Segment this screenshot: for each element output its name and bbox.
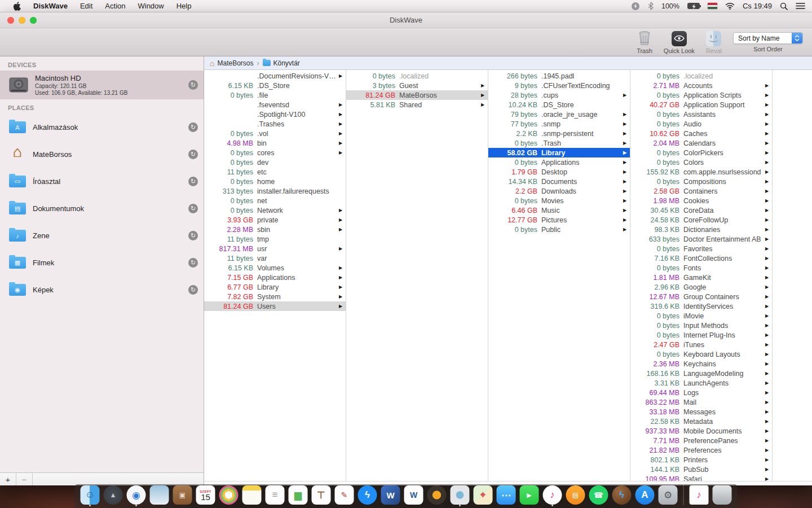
file-row[interactable]: 0 bytesnet <box>204 196 346 205</box>
dock-washer-app-icon[interactable] <box>451 485 470 505</box>
file-row[interactable]: 0 bytes.file <box>204 90 346 100</box>
file-row[interactable]: 0 bytesInternet Plug-Ins▶ <box>630 330 772 340</box>
refresh-icon[interactable]: ↻ <box>188 258 198 268</box>
dock-reminders-icon[interactable]: ≡ <box>266 485 285 505</box>
spotlight-search-icon[interactable] <box>780 2 788 10</box>
add-place-button[interactable]: + <box>0 473 16 485</box>
file-row[interactable]: 7.16 KBFontCollections▶ <box>630 253 772 263</box>
file-row[interactable]: 69.44 MBLogs▶ <box>630 388 772 397</box>
file-row[interactable]: 0 bytesApplications▶ <box>488 157 630 167</box>
file-row[interactable]: 24.58 KBCoreFollowUp▶ <box>630 215 772 225</box>
file-row[interactable]: 58.02 GBLibrary▶ <box>488 148 630 157</box>
file-row[interactable]: 168.16 KBLanguageModeling▶ <box>630 369 772 378</box>
dock-itunes-icon[interactable]: ♪ <box>543 485 562 505</box>
file-row[interactable]: 0 bytesdev <box>204 157 346 167</box>
file-row[interactable]: 2.2 KB.snmp-persistent▶ <box>488 129 630 138</box>
dock-sphere-app-icon[interactable]: ϟ <box>612 485 632 505</box>
refresh-icon[interactable]: ↻ <box>188 80 198 90</box>
file-row[interactable]: 0 bytesKeyboard Layouts▶ <box>630 349 772 359</box>
sidebar-item-applications-folder[interactable]: AAlkalmazások↻ <box>0 113 204 141</box>
file-row[interactable]: 7.82 GBSystem▶ <box>204 292 346 301</box>
apple-menu-icon[interactable] <box>7 0 27 12</box>
file-row[interactable]: 6.77 GBLibrary▶ <box>204 282 346 292</box>
dock-messages-icon[interactable]: ⋯ <box>497 485 516 505</box>
dock-numbers-icon[interactable]: ▆ <box>289 485 308 505</box>
file-row[interactable]: 2.96 KBGoogle▶ <box>630 282 772 292</box>
trash-button[interactable]: Trash <box>637 30 652 54</box>
file-row[interactable]: 12.77 GBPictures▶ <box>488 215 630 225</box>
file-row[interactable]: 40.27 GBApplication Support▶ <box>630 100 772 110</box>
sidebar-item-desktop-folder[interactable]: ▭Íróasztal↻ <box>0 168 204 195</box>
dock-ibooks-icon[interactable]: ▤ <box>566 485 585 505</box>
sidebar-item-movies-folder[interactable]: ▦Filmek↻ <box>0 249 204 276</box>
file-row[interactable]: 1.79 GBDesktop▶ <box>488 167 630 177</box>
dock-launchpad-icon[interactable]: ▲ <box>104 485 123 505</box>
file-row[interactable]: 0 bytesNetwork▶ <box>204 205 346 215</box>
file-row[interactable]: 817.31 MBusr▶ <box>204 244 346 253</box>
file-row[interactable]: 2.47 GBiTunes▶ <box>630 340 772 349</box>
file-row[interactable]: .Spotlight-V100▶ <box>204 110 346 119</box>
menu-item-edit[interactable]: Edit <box>74 0 99 12</box>
sidebar-item-macintosh-hd[interactable]: Macintosh HD Capacity: 120.11 GB Used: 1… <box>0 71 204 99</box>
refresh-icon[interactable]: ↻ <box>188 204 198 213</box>
file-row[interactable]: 3 bytesGuest▶ <box>346 81 488 90</box>
refresh-icon[interactable]: ↻ <box>188 231 198 240</box>
refresh-icon[interactable]: ↻ <box>188 177 198 186</box>
file-row[interactable]: 1.81 MBGameKit▶ <box>630 273 772 282</box>
file-row[interactable]: 319.6 KBIdentityServices▶ <box>630 301 772 311</box>
dock-music-file-icon[interactable]: ♪ <box>690 485 709 505</box>
file-row[interactable]: 30.45 KBCoreData▶ <box>630 205 772 215</box>
file-row[interactable]: 10.62 GBCaches▶ <box>630 129 772 138</box>
file-row[interactable]: 2.2 GBDownloads▶ <box>488 186 630 196</box>
file-row[interactable]: 633 bytesDoctor Entertainment AB▶ <box>630 234 772 244</box>
title-bar[interactable]: DiskWave <box>0 12 812 28</box>
file-row[interactable]: 0 bytesAudio▶ <box>630 119 772 129</box>
file-row[interactable]: .Trashes▶ <box>204 119 346 129</box>
menu-clock[interactable]: Cs 19:49 <box>743 2 772 10</box>
file-row[interactable]: 28 bytes.cups▶ <box>488 90 630 100</box>
hungarian-flag-input-icon[interactable] <box>708 3 717 9</box>
file-row[interactable]: 6.15 KBVolumes▶ <box>204 263 346 273</box>
file-row[interactable]: 937.33 MBMobile Documents▶ <box>630 426 772 436</box>
dock-messenger-icon[interactable]: ϟ <box>358 485 377 505</box>
dock-notes-icon[interactable] <box>242 485 262 505</box>
file-row[interactable]: 266 bytes.1945.padl <box>488 71 630 81</box>
dock-facetime-icon[interactable]: ▶ <box>520 485 539 505</box>
breadcrumb-root[interactable]: ⌂ MateBorsos <box>210 59 254 67</box>
file-row[interactable]: 98.3 KBDictionaries▶ <box>630 225 772 234</box>
wifi-icon[interactable] <box>725 2 735 10</box>
menu-item-app[interactable]: DiskWave <box>27 0 74 12</box>
file-row[interactable]: 0 bytesCompositions▶ <box>630 177 772 186</box>
file-row[interactable]: 144.1 KBPubSub▶ <box>630 465 772 474</box>
minimize-window-button[interactable] <box>19 17 25 24</box>
reveal-button[interactable]: Reval <box>706 30 722 54</box>
file-row[interactable]: 109.95 MBSafari▶ <box>630 474 772 481</box>
refresh-icon[interactable]: ↻ <box>188 285 198 295</box>
dock-appstore-icon[interactable]: A <box>636 485 655 505</box>
file-row[interactable]: 11 bytesetc <box>204 167 346 177</box>
file-row[interactable]: 77 bytes.snmp▶ <box>488 119 630 129</box>
menu-item-action[interactable]: Action <box>99 0 131 12</box>
file-row[interactable]: 81.24 GBUsers▶ <box>204 301 346 311</box>
file-row[interactable]: 0 bytesColorPickers▶ <box>630 148 772 157</box>
file-row[interactable]: 0 bytesInput Methods▶ <box>630 321 772 330</box>
file-row[interactable]: 0 bytesiMovie▶ <box>630 311 772 321</box>
file-row[interactable]: 6.46 GBMusic▶ <box>488 205 630 215</box>
file-row[interactable]: 11 bytesvar <box>204 253 346 263</box>
bluetooth-icon[interactable] <box>648 2 654 10</box>
file-row[interactable]: 0 bytesApplication Scripts▶ <box>630 90 772 100</box>
dock-safari-icon[interactable]: ◉ <box>127 485 146 505</box>
file-row[interactable]: 0 bytesMovies▶ <box>488 196 630 205</box>
file-row[interactable]: 0 bytes.localized <box>346 71 488 81</box>
dock-whatsapp-icon[interactable]: ☎ <box>589 485 608 505</box>
file-row[interactable]: .fseventsd▶ <box>204 100 346 110</box>
battery-icon[interactable] <box>687 3 700 9</box>
file-row[interactable]: 33.18 MBMessages▶ <box>630 407 772 417</box>
file-row[interactable]: 2.71 MBAccounts▶ <box>630 81 772 90</box>
remove-place-button[interactable]: − <box>16 473 33 485</box>
sidebar-item-pictures-folder[interactable]: ◉Képek↻ <box>0 276 204 303</box>
file-row[interactable]: 313 bytesinstaller.failurerequests <box>204 186 346 196</box>
file-row[interactable]: 14.34 KBDocuments▶ <box>488 177 630 186</box>
file-row[interactable]: 7.15 GBApplications▶ <box>204 273 346 282</box>
status-bolt-icon[interactable] <box>631 2 640 11</box>
